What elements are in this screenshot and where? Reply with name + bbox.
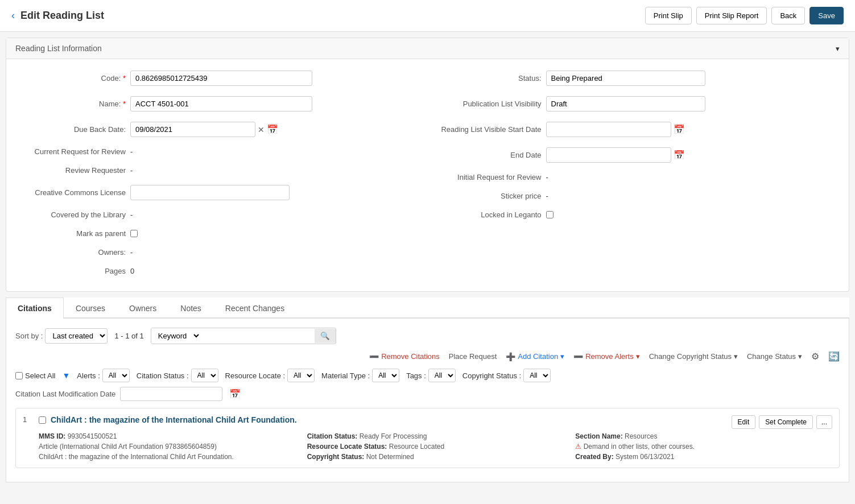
section-name-label: Section Name: [575,432,622,440]
citation-checkbox[interactable] [39,416,46,424]
end-date-calendar-icon[interactable]: 📅 [674,150,685,160]
citation-meta: MMS ID: 9930541500521 Citation Status: R… [39,432,832,461]
name-label: Name: * [23,100,126,108]
covered-value: - [130,210,133,219]
citations-area: Sort by : Last created 1 - 1 of 1 Keywor… [6,319,849,482]
description-meta: ChildArt : the magazine of the Internati… [39,453,296,461]
end-date-input[interactable] [546,147,671,163]
name-input[interactable] [130,96,312,111]
mark-parent-checkbox[interactable] [130,230,138,237]
rl-visible-start-input[interactable] [546,122,671,137]
pub-visibility-label: Publication List Visibility [439,100,542,108]
review-requester-label: Review Requester [23,166,126,175]
change-copyright-button[interactable]: Change Copyright Status ▾ [649,352,738,361]
pagination: 1 - 1 of 1 [114,332,143,340]
status-select-wrap: Being Prepared [546,71,705,86]
pages-value: 0 [130,267,134,275]
code-input[interactable] [130,71,312,86]
alerts-filter-select[interactable]: All [102,369,130,382]
select-all-checkbox[interactable] [15,372,23,379]
tags-filter-select[interactable]: All [428,369,456,382]
cc-license-select[interactable] [130,185,290,200]
resource-locate-meta-value: Resource Located [389,443,444,451]
rl-visible-start-wrap: 📅 [546,122,685,137]
action-row: ➖ Remove Citations Place Request ➕ Add C… [15,351,840,362]
sort-select[interactable]: Last created [45,328,108,344]
covered-label: Covered by the Library [23,210,126,219]
type-label: Article [39,443,57,451]
copyright-meta: Copyright Status: Not Determined [307,453,564,461]
date-filter-label: Citation Last Modification Date [15,390,115,398]
change-status-button[interactable]: Change Status ▾ [747,352,802,361]
back-button[interactable]: Back [771,7,805,24]
section-header[interactable]: Reading List Information ▾ [6,38,849,59]
print-slip-report-button[interactable]: Print Slip Report [696,7,767,24]
tab-owners[interactable]: Owners [117,298,168,319]
type-meta: Article (International Child Art Foundat… [39,443,296,451]
change-status-dropdown-icon: ▾ [798,352,802,361]
collapse-icon: ▾ [836,44,840,53]
date-filter-input[interactable] [120,387,222,401]
citation-status-filter: Citation Status : All [137,369,218,382]
search-input[interactable] [201,329,315,343]
back-arrow-link[interactable]: ‹ [11,10,15,22]
material-type-filter: Material Type : All [321,369,399,382]
citation-title-link[interactable]: ChildArt : the magazine of the Internati… [51,415,727,424]
print-slip-button[interactable]: Print Slip [645,7,692,24]
section-name-meta: Section Name: Resources [575,432,832,440]
search-button[interactable]: 🔍 [315,329,336,343]
code-required: * [123,74,126,82]
citation-status-select[interactable]: All [191,369,218,382]
resource-locate-meta-label: Resource Locate Status: [307,443,387,451]
citation-header: 1 ChildArt : the magazine of the Interna… [23,415,832,429]
cc-license-label: Creative Commons License [23,188,126,197]
pages-label: Pages [23,267,126,275]
tab-citations[interactable]: Citations [6,298,64,319]
name-row: Name: * [23,96,416,111]
gear-icon[interactable]: ⚙ [811,351,819,362]
tab-courses[interactable]: Courses [64,298,117,319]
rl-visible-start-calendar-icon[interactable]: 📅 [674,124,685,135]
resource-locate-select[interactable]: All [287,369,315,382]
name-required: * [123,100,126,108]
sort-wrap: Sort by : Last created [15,328,108,344]
copyright-status-select[interactable]: All [523,369,551,382]
initial-request-row: Initial Request for Review - [439,173,832,181]
keyword-select[interactable]: Keyword [151,328,201,344]
created-meta: Created By: System 06/13/2021 [575,453,832,461]
due-back-calendar-icon[interactable]: 📅 [267,124,278,135]
due-back-clear-icon[interactable]: ✕ [258,125,265,134]
date-filter-calendar-icon[interactable]: 📅 [229,389,241,399]
remove-citations-button[interactable]: ➖ Remove Citations [369,352,440,361]
save-button[interactable]: Save [809,7,844,24]
pub-visibility-select[interactable]: Draft [546,96,705,111]
created-value: System 06/13/2021 [616,453,674,461]
citation-status-label: Citation Status : [137,371,189,380]
status-select[interactable]: Being Prepared [546,71,705,86]
pub-visibility-select-wrap: Draft [546,96,705,111]
tab-notes[interactable]: Notes [168,298,213,319]
locked-checkbox[interactable] [546,211,554,218]
place-request-button[interactable]: Place Request [449,352,497,361]
plus-icon: ➕ [506,352,515,361]
mark-parent-label: Mark as parent [23,229,126,238]
add-citation-button[interactable]: ➕ Add Citation ▾ [506,352,564,361]
material-type-select[interactable]: All [372,369,399,382]
due-back-input[interactable] [130,122,255,137]
cc-license-select-wrap [130,185,290,200]
select-all-label: Select All [25,371,55,380]
copyright-status-label: Copyright Status : [462,371,521,380]
citation-actions: Edit Set Complete ... [732,415,832,429]
refresh-icon[interactable]: 🔄 [828,351,840,362]
rl-visible-start-row: Reading List Visible Start Date 📅 [439,122,832,137]
error-icon: ⚠ [575,443,581,451]
keyword-search-wrap: Keyword 🔍 [151,328,336,344]
cc-license-row: Creative Commons License [23,185,416,200]
remove-alerts-button[interactable]: ➖ Remove Alerts ▾ [573,352,640,361]
citation-more-button[interactable]: ... [816,415,832,429]
tab-recent-changes[interactable]: Recent Changes [213,298,296,319]
citation-edit-button[interactable]: Edit [732,415,756,429]
due-back-row: Due Back Date: ✕ 📅 [23,122,416,137]
citation-complete-button[interactable]: Set Complete [759,415,813,429]
copyright-status-filter: Copyright Status : All [462,369,551,382]
